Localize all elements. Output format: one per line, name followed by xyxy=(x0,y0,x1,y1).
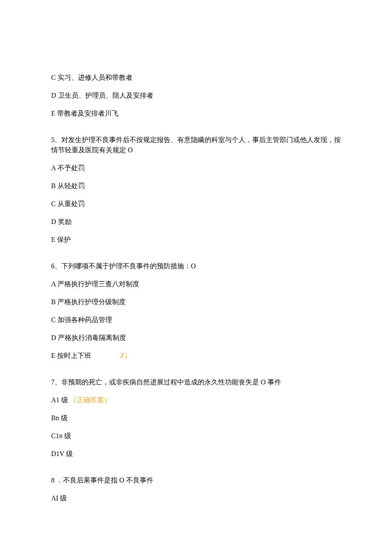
q6-stem-text: 6、下列哪项不属于护理不良事件的预防措施：O xyxy=(51,262,196,270)
q8-option-a-text: AI 级 xyxy=(51,494,67,502)
q8-option-a: AI 级 xyxy=(51,493,341,503)
q6-option-a-text: A 严格执行护理三查八对制度 xyxy=(51,280,139,288)
document-page: C 实习、进修人员和带教者 D 卫生员、护理员、陪人及安排者 E 带教者及安排者… xyxy=(0,0,392,555)
q6-stem: 6、下列哪项不属于护理不良事件的预防措施：O xyxy=(51,261,341,271)
q6-option-c-text: C 加强各种药品管理 xyxy=(51,316,112,323)
q6-option-e: E 按时上下班 Z） xyxy=(51,351,341,361)
q5-option-e-text: E 保护 xyxy=(51,236,71,243)
q4-option-e-text: E 带教者及安排者川飞 xyxy=(51,110,118,117)
q7-option-d-text: D1V 级 xyxy=(51,450,73,457)
q5-option-a: A 不予处罚 xyxy=(51,163,341,173)
q6-option-b-text: B 严格执行护理分级制度 xyxy=(51,298,126,305)
q5-option-a-text: A 不予处罚 xyxy=(51,164,85,171)
q4-option-e: E 带教者及安排者川飞 xyxy=(51,108,341,119)
q7-option-a-text: A1 级 xyxy=(51,396,68,404)
q5-option-d: D 奖励 xyxy=(51,217,341,227)
q7-option-b: Bn 级 xyxy=(51,413,341,423)
q6-option-d: D 严格执行消毒隔离制度 xyxy=(51,333,341,343)
q6-option-e-text: E 按时上下班 xyxy=(51,352,91,359)
q8-stem-text: 8 ．不良后果事件是指 O 不良事件 xyxy=(51,477,153,484)
q7-option-d: D1V 级 xyxy=(51,449,341,459)
q6-option-d-text: D 严格执行消毒隔离制度 xyxy=(51,334,126,341)
q5-option-c: C 从重处罚 xyxy=(51,199,341,209)
q7-option-a-correct-mark: （正确答案） xyxy=(70,396,111,404)
q7-option-c-text: C1n 级 xyxy=(51,432,71,439)
q7-option-b-text: Bn 级 xyxy=(51,414,68,421)
q5-option-b: B 从轻处罚 xyxy=(51,181,341,191)
q5-stem-text: 5、对发生护理不良事件后不按规定报告、有意隐瞒的科室与个人，事后主管部门或他人发… xyxy=(51,136,341,154)
q5-stem: 5、对发生护理不良事件后不按规定报告、有意隐瞒的科室与个人，事后主管部门或他人发… xyxy=(51,135,341,155)
q4-option-c-text: C 实习、进修人员和带教者 xyxy=(51,74,133,81)
q5-option-d-text: D 奖励 xyxy=(51,218,72,225)
q7-option-c: C1n 级 xyxy=(51,431,341,441)
q6-option-a: A 严格执行护理三查八对制度 xyxy=(51,279,341,289)
q4-option-c: C 实习、进修人员和带教者 xyxy=(51,73,341,83)
q7-stem-text: 7、非预期的死亡，或非疾病自然进展过程中造成的永久性功能丧失是 O 事件 xyxy=(51,378,281,386)
q4-option-d-text: D 卫生员、护理员、陪人及安排者 xyxy=(51,92,153,99)
q7-stem: 7、非预期的死亡，或非疾病自然进展过程中造成的永久性功能丧失是 O 事件 xyxy=(51,377,341,387)
q6-option-b: B 严格执行护理分级制度 xyxy=(51,297,341,307)
q8-stem: 8 ．不良后果事件是指 O 不良事件 xyxy=(51,475,341,485)
q5-option-e: E 保护 xyxy=(51,235,341,245)
q6-option-e-mark: Z） xyxy=(120,352,131,359)
q4-option-d: D 卫生员、护理员、陪人及安排者 xyxy=(51,90,341,101)
q5-option-b-text: B 从轻处罚 xyxy=(51,182,85,189)
q6-option-c: C 加强各种药品管理 xyxy=(51,315,341,325)
q7-option-a: A1 级 （正确答案） xyxy=(51,395,341,405)
q5-option-c-text: C 从重处罚 xyxy=(51,200,85,207)
